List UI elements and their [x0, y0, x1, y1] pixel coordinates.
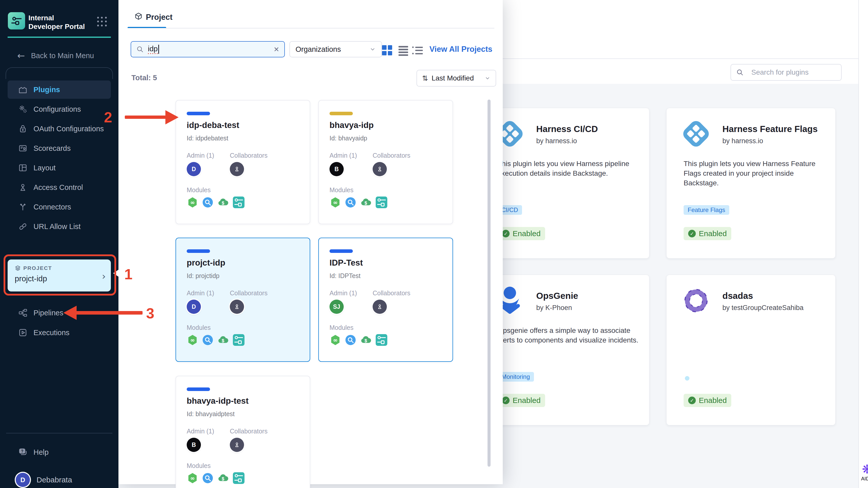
status-badge: ✓ Enabled — [497, 227, 545, 240]
project-search-input[interactable]: idp ✕ — [131, 41, 285, 57]
module-idp-icon — [375, 196, 388, 209]
project-card-bhavya-idp[interactable]: bhavya-idp Id: bhavyaidp Admin (1) Colla… — [318, 100, 453, 224]
aida-assistant-button[interactable]: ❋ AIDA — [859, 463, 868, 482]
collaborators-label: Collaborators — [373, 289, 410, 297]
view-all-projects-link[interactable]: View All Projects — [429, 45, 492, 54]
plugin-card-opsgenie[interactable]: OpsGenie by K-Phoen Opsgenie offers a si… — [480, 275, 649, 425]
check-circle-icon: ✓ — [688, 230, 696, 237]
sidebar-item-access-control[interactable]: Access Control — [8, 178, 111, 197]
aida-label: AIDA — [859, 476, 868, 482]
project-card-idp-deba-test[interactable]: idp-deba-test Id: idpdebatest Admin (1) … — [176, 100, 310, 224]
module-cd-icon: ∞ — [187, 472, 198, 484]
arrow-left-icon: ← — [17, 51, 25, 61]
tab-project[interactable]: Project — [146, 13, 173, 22]
layout-icon — [18, 163, 27, 172]
plugin-author: by testGroupCreateSahiba — [722, 304, 804, 312]
sort-dropdown[interactable]: ⇅ Last Modified — [416, 70, 496, 87]
module-ccm-icon: $ — [217, 334, 229, 346]
modules-row: ∞ $ — [187, 196, 245, 209]
project-name: idp-deba-test — [187, 120, 239, 130]
harness-logo-icon — [681, 118, 712, 149]
user-menu[interactable]: D Debabrata — [8, 470, 111, 488]
total-count-label: Total: 5 — [131, 74, 157, 82]
puzzle-icon — [18, 85, 27, 94]
plugins-search-placeholder: Search for plugins — [751, 68, 809, 77]
modules-row: ∞ $ — [187, 334, 245, 346]
clear-search-icon[interactable]: ✕ — [273, 46, 279, 53]
check-circle-icon: ✓ — [688, 397, 696, 404]
sidebar-item-executions[interactable]: Executions — [8, 323, 111, 342]
back-to-main-menu-button[interactable]: ← Back to Main Menu — [8, 48, 111, 63]
organizations-dropdown[interactable]: Organizations — [289, 41, 382, 57]
detailed-list-view-toggle[interactable] — [412, 45, 423, 56]
sidebar-item-oauth-configurations[interactable]: OAuth Configurations — [8, 120, 111, 138]
collaborators-label: Collaborators — [230, 428, 268, 435]
plugin-tag: Feature Flags — [684, 205, 729, 215]
plugin-description: This plugin lets you view Harness pipeli… — [497, 159, 640, 178]
panel-scrollbar[interactable] — [488, 99, 491, 467]
project-name: bhavya-idp — [330, 120, 374, 130]
tab-divider — [128, 28, 494, 28]
aida-flower-icon: ❋ — [859, 463, 868, 475]
project-id: Id: idpdebatest — [187, 135, 228, 142]
plugin-author: by harness.io — [722, 137, 763, 145]
project-card-projct-idp[interactable]: projct-idp Id: projctidp Admin (1) Colla… — [176, 238, 310, 362]
module-cd-icon: ∞ — [330, 334, 341, 346]
sidebar-item-url-allow-list[interactable]: URL Allow List — [8, 217, 111, 236]
module-ccm-icon: $ — [360, 334, 372, 346]
project-color-bar — [187, 387, 210, 391]
project-name: IDP-Test — [330, 258, 363, 268]
search-icon — [736, 68, 744, 76]
sidebar-item-connectors[interactable]: Connectors — [8, 198, 111, 216]
plugin-title: dsadas — [722, 291, 753, 301]
project-card-bhavya-idp-test[interactable]: bhavya-idp-test Id: bhavyaidptest Admin … — [176, 376, 310, 488]
sidebar: Internal Developer Portal ← Back to Main… — [0, 0, 119, 488]
svg-text:∞: ∞ — [190, 199, 195, 206]
admin-label: Admin (1) — [187, 152, 214, 159]
collaborator-avatar — [373, 162, 387, 176]
plugin-card-feature-flags[interactable]: Harness Feature Flags by harness.io This… — [666, 108, 836, 258]
admin-label: Admin (1) — [330, 152, 357, 159]
module-idp-icon — [232, 196, 245, 209]
grid-icon — [382, 45, 392, 55]
annotation-outline-1 — [4, 254, 116, 295]
project-color-bar — [330, 112, 353, 115]
admin-label: Admin (1) — [187, 289, 214, 297]
plugin-title: Harness Feature Flags — [722, 124, 817, 134]
idp-app-logo[interactable] — [8, 12, 25, 29]
module-ccm-icon: $ — [217, 197, 229, 208]
user-name: Debabrata — [36, 476, 72, 484]
svg-text:∞: ∞ — [333, 199, 338, 206]
lock-icon — [18, 124, 27, 133]
app-title: Internal Developer Portal — [28, 14, 89, 31]
status-badge: ✓ Enabled — [497, 394, 545, 407]
sidebar-item-help[interactable]: ? Help — [8, 443, 111, 461]
sidebar-item-scorecards[interactable]: Scorecards — [8, 139, 111, 157]
module-cd-icon: ∞ — [330, 197, 341, 208]
module-ccm-icon: $ — [360, 197, 372, 208]
list-view-toggle[interactable] — [399, 45, 409, 56]
app-switcher-icon[interactable] — [97, 17, 107, 27]
project-id: Id: bhavyaidptest — [187, 410, 235, 418]
plugins-search-input[interactable]: Search for plugins — [731, 64, 842, 81]
pipelines-icon — [18, 308, 27, 317]
scorecard-icon — [18, 144, 27, 153]
project-card-idp-test[interactable]: IDP-Test Id: IDPTest Admin (1) Collabora… — [318, 238, 453, 362]
annotation-arrow-2-shaft — [125, 116, 166, 119]
module-cd-icon: ∞ — [187, 197, 198, 208]
plugin-title: Harness CI/CD — [536, 124, 598, 134]
sidebar-item-configurations[interactable]: Configurations — [8, 100, 111, 118]
sidebar-accent-divider — [8, 36, 111, 38]
plugin-card-harness-cicd[interactable]: Harness CI/CD by harness.io This plugin … — [480, 108, 649, 258]
grid-view-toggle[interactable] — [382, 45, 393, 56]
project-id: Id: projctidp — [187, 272, 219, 280]
modules-label: Modules — [187, 462, 211, 469]
plugin-author: by harness.io — [536, 137, 577, 145]
person-icon — [18, 183, 27, 192]
sidebar-item-layout[interactable]: Layout — [8, 159, 111, 177]
plugin-card-dsadas[interactable]: dsadas by testGroupCreateSahiba ✓ Enable… — [666, 275, 836, 425]
annotation-number-1: 1 — [124, 265, 132, 283]
sidebar-item-plugins[interactable]: Plugins — [8, 81, 111, 99]
project-color-bar — [330, 249, 353, 253]
svg-text:$: $ — [222, 338, 224, 343]
